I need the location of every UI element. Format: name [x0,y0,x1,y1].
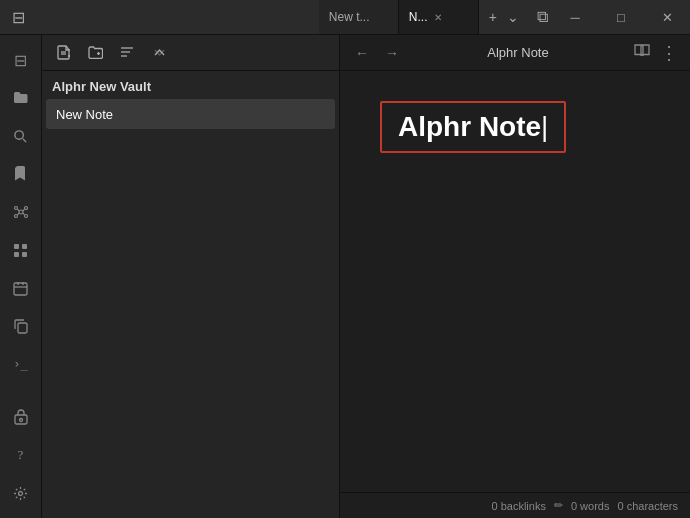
settings-icon[interactable] [4,476,38,510]
pencil-icon: ✏ [554,499,563,512]
svg-point-3 [14,207,17,210]
note-title-box: Alphr Note [380,101,566,153]
svg-point-0 [15,130,23,138]
graph-icon[interactable] [4,195,38,229]
content-area: ← → Alphr Note ⋮ Alphr Note 0 backlinks [340,35,690,518]
note-title-text: Alphr Note [398,111,548,142]
folder-icon[interactable] [4,81,38,115]
new-note-icon[interactable] [50,40,76,66]
forward-button[interactable]: → [380,41,404,65]
svg-rect-12 [22,244,27,249]
sidebar-toolbar [42,35,339,71]
vault-name: Alphr New Vault [42,71,339,98]
tab-area: New t... N... ✕ + ⌄ ⧉ [319,0,552,34]
word-count-status: 0 words [571,500,610,512]
icon-bar: ⊟ [0,35,42,518]
svg-rect-14 [22,252,27,257]
char-count-status: 0 characters [617,500,678,512]
help-icon[interactable]: ? [4,438,38,472]
svg-rect-19 [18,323,27,333]
svg-rect-20 [15,415,27,424]
add-tab-button[interactable]: + [485,7,501,27]
svg-line-7 [17,209,19,211]
titlebar-left: ⊟ [0,6,319,29]
collapse-icon[interactable] [146,40,172,66]
svg-point-2 [19,210,23,214]
window-controls: ─ □ ✕ [552,0,690,35]
reading-mode-icon[interactable] [632,42,652,64]
content-title: Alphr Note [410,45,626,60]
svg-point-5 [14,215,17,218]
svg-rect-15 [14,283,27,295]
word-count: 0 words [571,500,610,512]
sidebar: Alphr New Vault New Note [42,35,340,518]
tab-controls: + ⌄ [479,7,529,27]
maximize-button[interactable]: □ [598,0,644,35]
svg-line-10 [23,213,25,215]
note-item-label: New Note [56,107,113,122]
status-bar: 0 backlinks ✏ 0 words 0 characters [340,492,690,518]
tab-2-close[interactable]: ✕ [434,12,442,23]
close-button[interactable]: ✕ [644,0,690,35]
tab-1-label: New t... [329,10,370,24]
sidebar-toggle-icon[interactable]: ⊟ [4,43,38,77]
minimize-button[interactable]: ─ [552,0,598,35]
copy-icon[interactable] [4,309,38,343]
layout-toggle-icon[interactable]: ⧉ [533,6,552,28]
more-options-icon[interactable]: ⋮ [658,42,680,64]
svg-point-21 [19,419,22,422]
main-layout: ⊟ [0,35,690,518]
titlebar: ⊟ New t... N... ✕ + ⌄ ⧉ ─ □ ✕ [0,0,690,35]
sort-icon[interactable] [114,40,140,66]
svg-line-8 [23,209,25,211]
back-button[interactable]: ← [350,41,374,65]
char-count: 0 characters [617,500,678,512]
svg-point-22 [19,491,23,495]
note-item-new-note[interactable]: New Note [46,99,335,129]
svg-point-4 [24,207,27,210]
content-toolbar-right: ⋮ [632,42,680,64]
svg-rect-13 [14,252,19,257]
grid-icon[interactable] [4,233,38,267]
svg-line-9 [17,213,19,215]
tab-dropdown-button[interactable]: ⌄ [503,7,523,27]
window-sidebar-icon[interactable]: ⊟ [8,6,29,29]
backlinks-count: 0 backlinks [492,500,546,512]
search-icon[interactable] [4,119,38,153]
tab-2-label: N... [409,10,428,24]
svg-point-6 [24,215,27,218]
vault-icon[interactable] [4,400,38,434]
svg-rect-11 [14,244,19,249]
content-toolbar: ← → Alphr Note ⋮ [340,35,690,71]
tab-2[interactable]: N... ✕ [399,0,479,34]
tab-1[interactable]: New t... [319,0,399,34]
calendar-icon[interactable] [4,271,38,305]
new-folder-icon[interactable] [82,40,108,66]
backlinks-status: 0 backlinks [492,500,546,512]
note-editor[interactable]: Alphr Note [340,71,690,492]
terminal-icon[interactable]: ›_ [4,347,38,381]
svg-line-1 [23,138,26,141]
bookmark-icon[interactable] [4,157,38,191]
